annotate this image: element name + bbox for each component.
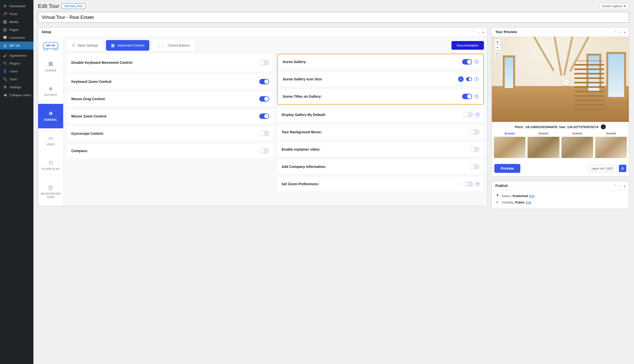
tour-title-input[interactable] xyxy=(38,12,629,23)
pin-icon: 📌 xyxy=(3,12,8,16)
vr-icon: ◎ xyxy=(3,43,8,48)
add-new-tour-button[interactable]: Add New Tour xyxy=(61,4,85,9)
ctrl-keyboard-zoom: Keyboard Zoom Control: xyxy=(67,74,274,89)
tour-preview-panel: Tour Preview ⌃ ⌄ ▴ xyxy=(492,27,629,176)
panel-up-icon[interactable]: ⌃ xyxy=(614,184,616,188)
screen-options-button[interactable]: Screen Options ▼ xyxy=(599,3,629,9)
icon-size-badge: L xyxy=(458,76,464,82)
setup-panel: Setup ⌃ ⌄ ▴ WP VR 🖼 xyxy=(38,27,488,206)
target-icon: ⊕ xyxy=(49,86,53,92)
toggle-set-zoom[interactable] xyxy=(463,181,473,187)
ctrl-add-company: Add Company Information: xyxy=(277,160,484,174)
wrench-icon: 🔧 xyxy=(3,77,8,82)
nav-media[interactable]: 🖼Media xyxy=(0,18,34,26)
layers-icon: ◫ xyxy=(49,185,53,190)
scene-thumb-label[interactable]: Scene1 xyxy=(494,132,526,135)
zoom-in-button[interactable]: + xyxy=(494,39,501,44)
publish-panel: Publish ⌃ ⌄ ▴ 📍 Status: PublishedEdit 👁 … xyxy=(492,181,629,209)
panel-down-icon[interactable]: ⌄ xyxy=(478,30,480,34)
nav-plugins[interactable]: 🔌Plugins xyxy=(0,59,34,67)
ctrl-compass: Compass: xyxy=(67,144,274,158)
nav-pages[interactable]: ▤Pages xyxy=(0,26,34,34)
toggle-scene-gallery-icon-size[interactable] xyxy=(466,77,472,81)
setup-tab-floorplan[interactable]: ⬠ FLOOR PLAN xyxy=(38,153,63,178)
toggle-enable-explainer[interactable] xyxy=(470,147,480,152)
help-icon[interactable]: ? xyxy=(475,94,479,98)
publish-heading: Publish xyxy=(495,184,508,188)
setup-heading: Setup xyxy=(42,30,51,34)
tab-advanced-controls[interactable]: ▦ Advanced Controls xyxy=(106,40,149,51)
toggle-scene-titles[interactable] xyxy=(462,94,472,99)
grid-icon: ▦ xyxy=(111,43,115,48)
setup-tab-general[interactable]: ⚙ GENERAL xyxy=(38,104,63,128)
pitch-yaw-label: Pitch: -19.136031431946478, Yaw: 134.327… xyxy=(515,125,598,129)
user-icon: 👤 xyxy=(3,69,8,74)
help-icon[interactable]: ? xyxy=(475,77,479,81)
toggle-add-company[interactable] xyxy=(470,164,480,170)
help-icon[interactable]: ? xyxy=(476,113,480,117)
panel-down-icon[interactable]: ⌄ xyxy=(619,184,621,188)
nav-tools[interactable]: 🔧Tools xyxy=(0,75,34,83)
panel-up-icon[interactable]: ⌃ xyxy=(614,30,616,34)
plug-icon: 🔌 xyxy=(3,61,8,66)
toggle-keyboard-zoom[interactable] xyxy=(259,79,269,84)
hotspot-marker[interactable]: ↑ xyxy=(563,80,569,85)
video-icon: ▭ xyxy=(49,135,53,141)
edit-visibility-link[interactable]: Edit xyxy=(526,200,531,204)
download-coords-button[interactable]: ↓ xyxy=(601,124,606,129)
admin-sidebar: ⊘Dashboard 📌Posts 🖼Media ▤Pages 💬Comment… xyxy=(0,0,34,223)
toggle-compass[interactable] xyxy=(259,148,269,154)
toggle-mouse-drag[interactable] xyxy=(259,96,269,102)
scene-thumb-label[interactable]: Scene2 xyxy=(528,132,559,135)
setup-tab-hotspot[interactable]: ⊕ HOTSPOT xyxy=(38,79,63,104)
scene-thumb-label[interactable]: Scene4 xyxy=(595,132,627,135)
setup-logo: WP VR xyxy=(38,36,63,54)
nav-settings[interactable]: ⚙Settings xyxy=(0,83,34,91)
documentation-button[interactable]: Documentation xyxy=(452,41,484,50)
toggle-scene-gallery[interactable] xyxy=(462,59,472,64)
panel-toggle-icon[interactable]: ▴ xyxy=(624,184,625,188)
setup-tab-video[interactable]: ▭ VIDEO xyxy=(38,128,63,153)
panorama-viewer[interactable]: + − ⛶ ↑ xyxy=(492,36,629,122)
edit-status-link[interactable]: Edit xyxy=(529,194,534,198)
nav-users[interactable]: 👤Users xyxy=(0,67,34,75)
ctrl-tour-bg-music: Tour Background Music: xyxy=(277,125,484,139)
nav-wpvr[interactable]: ◎WP VR xyxy=(0,42,34,50)
scene-thumb-4[interactable] xyxy=(595,137,627,158)
scene-thumb-3[interactable] xyxy=(561,137,593,158)
setup-tab-scenes[interactable]: 🖼 SCENES xyxy=(38,54,63,79)
ctrl-set-zoom: Set Zoom Preferences: ? xyxy=(277,177,484,191)
tab-basic-settings[interactable]: ☰ Basic Settings xyxy=(67,40,103,51)
toggle-tour-bg-music[interactable] xyxy=(470,129,480,135)
panel-toggle-icon[interactable]: ▴ xyxy=(624,30,625,34)
setup-tab-background-tour[interactable]: ◫ BACKGROUND TOUR xyxy=(38,178,63,206)
panel-toggle-icon[interactable]: ▴ xyxy=(482,30,484,34)
nav-dashboard[interactable]: ⊘Dashboard xyxy=(0,2,34,10)
toggle-disable-keyboard[interactable] xyxy=(259,60,269,65)
nav-appearance[interactable]: 🖌Appearance xyxy=(0,52,34,59)
help-icon[interactable]: ? xyxy=(476,182,480,186)
zoom-out-button[interactable]: − xyxy=(494,44,501,50)
copy-shortcode-button[interactable]: ⧉ xyxy=(619,165,626,172)
scene-thumb-1[interactable] xyxy=(494,137,526,158)
gear-icon: ⚙ xyxy=(49,111,53,116)
toggle-mouse-zoom[interactable] xyxy=(259,114,269,119)
brush-icon: 🖌 xyxy=(3,53,8,58)
pin-icon: 📍 xyxy=(495,194,499,198)
nav-collapse[interactable]: ◀Collapse menu xyxy=(0,91,34,99)
panel-down-icon[interactable]: ⌄ xyxy=(619,30,621,34)
nav-comments[interactable]: 💬Comments xyxy=(0,34,34,42)
highlighted-controls-group: Scene Gallery: ? Scene Gallery Icon Size… xyxy=(277,54,484,104)
preview-button[interactable]: Preview xyxy=(494,164,520,173)
scene-thumb-2[interactable] xyxy=(528,137,559,158)
nav-posts[interactable]: 📌Posts xyxy=(0,10,34,18)
fullscreen-button[interactable]: ⛶ xyxy=(494,52,501,58)
toggle-display-gallery-default[interactable] xyxy=(463,112,473,118)
tab-control-buttons[interactable]: ⋮⋮ Control Buttons xyxy=(152,40,195,51)
ctrl-mouse-drag: Mouse Drag Control: xyxy=(67,92,274,106)
help-icon[interactable]: ? xyxy=(475,60,479,64)
image-icon: 🖼 xyxy=(49,61,53,67)
panel-up-icon[interactable]: ⌃ xyxy=(473,30,475,34)
toggle-gyroscope[interactable] xyxy=(259,131,269,136)
scene-thumb-label[interactable]: Scene3 xyxy=(561,132,593,135)
